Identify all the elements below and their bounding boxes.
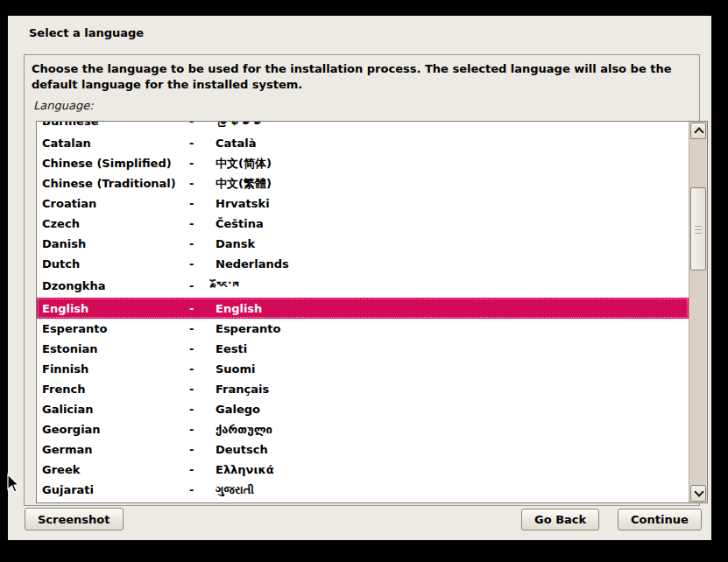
instruction-text: Choose the language to be used for the i… [32,61,690,94]
language-native: Ελληνικά [216,463,689,476]
scrollbar[interactable] [689,122,707,502]
language-name: Danish [42,237,189,250]
language-name: Chinese (Simplified) [42,157,189,170]
language-row[interactable]: Dzongkha - རྫོང་ཁ [37,274,689,298]
language-native: Galego [216,403,689,416]
language-row[interactable]: Galician - Galego [37,399,689,419]
language-name: Greek [42,463,189,476]
scrollbar-down-button[interactable] [690,485,706,502]
separator-dash: - [189,257,216,270]
page-title: Select a language [29,26,144,39]
language-row[interactable]: Esperanto - Esperanto [37,319,689,339]
language-row[interactable]: Dutch - Nederlands [37,254,689,274]
language-name: Gujarati [42,483,189,496]
language-row[interactable]: Chinese (Simplified) - 中文(简体) [37,153,689,173]
language-rows: Burmese - မြန်မာစာ Catalan - Català Chin… [37,122,689,500]
language-native: 中文(繁體) [216,176,689,192]
language-name: German [42,443,189,456]
scrollbar-thumb[interactable] [690,187,706,270]
language-row[interactable]: Greek - Ελληνικά [37,460,689,480]
language-row[interactable]: Burmese - မြန်မာစာ [37,122,689,133]
language-row[interactable]: English - English [37,298,689,319]
language-row[interactable]: Danish - Dansk [37,234,689,254]
language-row[interactable]: Catalan - Català [37,133,689,153]
language-native: Eesti [216,342,689,355]
separator-dash: - [189,302,216,315]
separator-dash: - [189,157,216,170]
language-row[interactable]: Czech - Čeština [37,214,689,234]
language-name: Dzongkha [42,279,189,292]
language-row[interactable]: French - Français [37,379,689,399]
go-back-button[interactable]: Go Back [521,509,599,530]
separator-dash: - [189,217,216,230]
language-name: Georgian [42,423,189,436]
language-row[interactable]: Georgian - ქართული [37,419,689,439]
language-row[interactable]: Chinese (Traditional) - 中文(繁體) [37,173,689,193]
language-native: English [216,302,689,315]
language-row[interactable]: Estonian - Eesti [37,339,689,359]
language-native: ქართული [216,423,689,436]
separator-dash: - [189,443,216,456]
language-label: Language: [33,99,699,112]
separator-dash: - [189,383,216,396]
language-native: မြန်မာစာ [216,122,689,128]
language-row[interactable]: Croatian - Hrvatski [37,193,689,214]
language-name: Dutch [42,257,189,270]
content-frame: Choose the language to be used for the i… [24,54,700,506]
separator-dash: - [189,362,216,376]
language-native: Français [216,383,689,396]
scrollbar-up-button[interactable] [690,123,706,139]
language-native: Esperanto [216,322,689,335]
thumb-grip-icon [695,226,702,236]
language-native: Nederlands [216,257,689,270]
language-row[interactable]: German - Deutsch [37,439,689,460]
language-name: Burmese [42,122,189,128]
screenshot-button[interactable]: Screenshot [25,508,124,530]
language-name: Galician [42,403,189,416]
language-name: Esperanto [42,322,189,335]
separator-dash: - [189,403,216,416]
chevron-up-icon [694,127,703,137]
continue-button[interactable]: Continue [618,509,702,530]
language-name: English [42,302,189,315]
separator-dash: - [189,122,216,128]
language-name: Catalan [42,137,189,150]
separator-dash: - [189,463,216,476]
language-name: Croatian [42,197,189,210]
language-native: Dansk [216,237,689,250]
language-native: Català [216,137,689,150]
separator-dash: - [189,279,216,292]
language-native: Suomi [216,362,689,376]
separator-dash: - [189,342,216,355]
language-native: Hrvatski [216,197,689,210]
mouse-cursor [7,474,21,495]
language-name: Finnish [42,362,189,376]
separator-dash: - [189,483,216,496]
separator-dash: - [189,137,216,150]
language-native: རྫོང་ཁ [216,279,689,292]
language-native: Čeština [216,217,689,230]
language-row[interactable]: Finnish - Suomi [37,359,689,379]
separator-dash: - [189,237,216,250]
language-native: ગુજરાતી [216,483,689,497]
language-list: Burmese - မြန်မာစာ Catalan - Català Chin… [36,121,708,503]
language-native: 中文(简体) [216,156,689,172]
separator-dash: - [189,177,216,190]
separator-dash: - [189,197,216,210]
language-name: French [42,383,189,396]
language-rows-viewport: Burmese - မြန်မာစာ Catalan - Català Chin… [37,122,689,502]
separator-dash: - [189,322,216,335]
language-name: Chinese (Traditional) [42,177,189,190]
installer-window: Select a language Choose the language to… [8,16,711,540]
language-name: Estonian [42,342,189,355]
chevron-down-icon [694,487,703,496]
screen: { "window": { "title": "Select a languag… [0,0,728,562]
separator-dash: - [189,423,216,436]
language-native: Deutsch [216,443,689,456]
language-row[interactable]: Gujarati - ગુજરાતી [37,480,689,500]
language-name: Czech [42,217,189,230]
